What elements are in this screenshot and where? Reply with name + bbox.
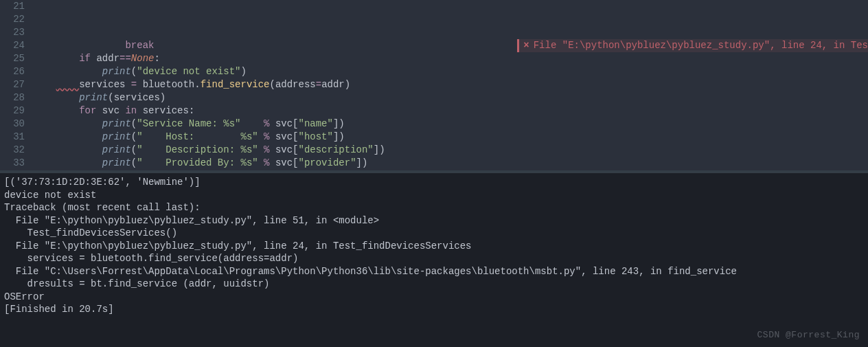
code-line[interactable]: print(" Protocol: %s" % svc["protocol"]) bbox=[33, 170, 868, 170]
code-line[interactable]: for svc in services: bbox=[33, 104, 868, 117]
line-number-gutter: 21222324252627282930313233 bbox=[0, 0, 33, 170]
line-number: 24 bbox=[0, 39, 25, 52]
line-number: 28 bbox=[0, 91, 25, 104]
error-close-icon[interactable]: × bbox=[523, 39, 529, 52]
watermark-text: CSDN @Forrest_King bbox=[757, 330, 860, 340]
line-number: 33 bbox=[0, 157, 25, 170]
code-line[interactable]: print(" Host: %s" % svc["host"]) bbox=[33, 131, 868, 144]
line-number: 22 bbox=[0, 13, 25, 26]
line-number: 23 bbox=[0, 26, 25, 39]
line-number: 29 bbox=[0, 104, 25, 117]
line-number: 26 bbox=[0, 65, 25, 78]
line-number: 31 bbox=[0, 131, 25, 144]
line-number: 25 bbox=[0, 52, 25, 65]
code-line[interactable]: print(" Provided By: %s" % svc["provider… bbox=[33, 157, 868, 170]
inline-error[interactable]: × File "E:\python\pybluez\pybluez_study.… bbox=[517, 39, 868, 52]
line-number: 32 bbox=[0, 144, 25, 157]
code-line[interactable]: print(" Description: %s" % svc["descript… bbox=[33, 144, 868, 157]
code-content[interactable]: × File "E:\python\pybluez\pybluez_study.… bbox=[33, 0, 868, 170]
code-line[interactable]: print(services) bbox=[33, 91, 868, 104]
code-line[interactable]: print("Service Name: %s" % svc["name"]) bbox=[33, 117, 868, 131]
code-line[interactable]: print("device not exist") bbox=[33, 65, 868, 78]
code-editor[interactable]: 21222324252627282930313233 × File "E:\py… bbox=[0, 0, 868, 170]
code-line[interactable]: services = bluetooth.find_service(addres… bbox=[33, 78, 868, 91]
line-number: 30 bbox=[0, 117, 25, 131]
inline-error-text: File "E:\python\pybluez\pybluez_study.py… bbox=[534, 39, 868, 52]
line-number: 27 bbox=[0, 78, 25, 91]
line-number: 21 bbox=[0, 0, 25, 13]
terminal-output[interactable]: [('37:73:1D:2D:3E:62', 'Newmine')] devic… bbox=[0, 173, 868, 347]
code-line[interactable]: if addr==None: bbox=[33, 52, 868, 65]
